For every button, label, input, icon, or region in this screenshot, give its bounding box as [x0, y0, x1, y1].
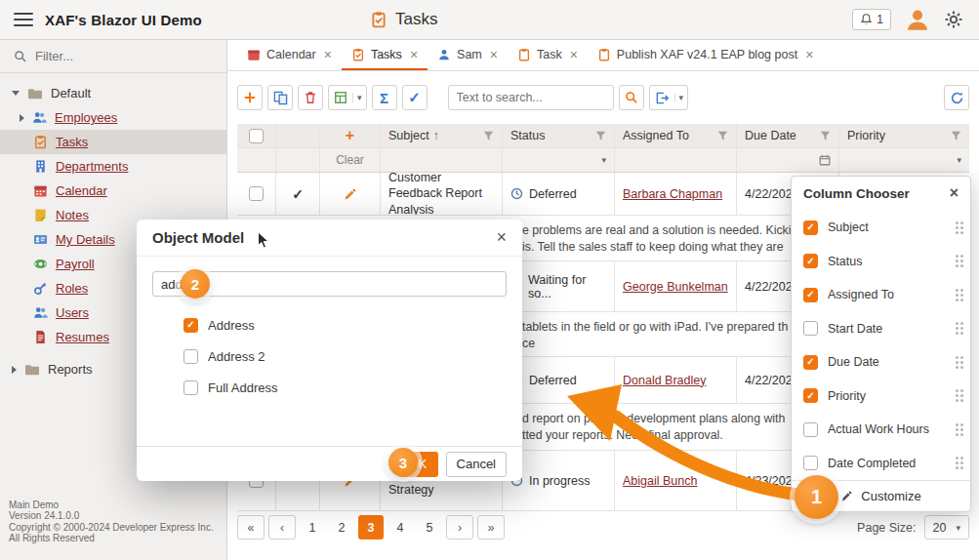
cancel-button[interactable]: Cancel: [446, 452, 507, 477]
search-button[interactable]: [619, 85, 644, 110]
select-all-checkbox[interactable]: [249, 129, 264, 143]
sidebar-item-calendar[interactable]: Calendar: [0, 179, 226, 203]
page-size-select[interactable]: 20 ▾: [924, 515, 969, 540]
subject-filter-input[interactable]: [381, 148, 503, 172]
edit-pencil-icon[interactable]: [344, 187, 357, 201]
calendar-icon[interactable]: [819, 154, 831, 166]
completed-check-icon: ✓: [292, 186, 304, 202]
tab-calendar[interactable]: Calendar ×: [237, 40, 342, 70]
checkbox[interactable]: [184, 349, 198, 364]
chooser-item-assigned-to[interactable]: Assigned To: [792, 278, 970, 312]
priority-filter-select[interactable]: ▾: [839, 148, 969, 172]
drag-handle-icon[interactable]: [956, 423, 959, 426]
user-avatar[interactable]: [905, 7, 930, 32]
chooser-item-start-date[interactable]: Start Date: [792, 311, 970, 345]
menu-icon[interactable]: [14, 13, 33, 26]
nav-group-default[interactable]: Default: [0, 81, 226, 105]
chooser-item-priority[interactable]: Priority: [792, 379, 970, 413]
pager-page-1[interactable]: 1: [300, 515, 325, 540]
new-row-icon[interactable]: +: [346, 127, 354, 144]
checkbox[interactable]: [803, 355, 818, 370]
column-header-due-date[interactable]: Due Date: [737, 124, 839, 147]
close-icon[interactable]: ×: [324, 47, 332, 62]
assigned-to-link[interactable]: Barbara Chapman: [623, 187, 722, 201]
tab-task[interactable]: Task ×: [508, 40, 588, 70]
export-split-button[interactable]: ▾: [649, 85, 689, 110]
new-button[interactable]: [237, 85, 263, 110]
drag-handle-icon[interactable]: [956, 457, 959, 460]
template-split-button[interactable]: ▾: [328, 85, 367, 110]
pager-page-5[interactable]: 5: [417, 515, 442, 540]
filter-icon[interactable]: [717, 131, 728, 141]
checkbox[interactable]: [803, 388, 818, 403]
drag-handle-icon[interactable]: [956, 289, 959, 292]
checkbox[interactable]: [803, 254, 818, 268]
column-header-subject[interactable]: Subject ↑: [381, 124, 503, 147]
sidebar-item-departments[interactable]: Departments: [0, 154, 226, 179]
checkbox[interactable]: [803, 456, 818, 470]
close-icon[interactable]: ×: [950, 184, 959, 202]
sidebar-item-employees[interactable]: Employees: [0, 105, 226, 130]
checkbox[interactable]: [803, 422, 818, 437]
dialog-option-full-address[interactable]: Full Address: [184, 372, 507, 403]
close-icon[interactable]: ×: [805, 47, 813, 62]
filter-icon[interactable]: [820, 131, 831, 141]
close-icon[interactable]: ×: [410, 47, 418, 62]
checkbox[interactable]: [184, 318, 198, 333]
due-date-filter-input[interactable]: [737, 148, 839, 172]
clear-filter-link[interactable]: Clear: [336, 153, 364, 167]
settings-gear-icon[interactable]: [944, 10, 963, 29]
dialog-option-address-2[interactable]: Address 2: [184, 340, 507, 372]
pager-first-button[interactable]: «: [237, 515, 265, 540]
close-icon[interactable]: ×: [496, 227, 507, 248]
drag-handle-icon[interactable]: [956, 322, 959, 325]
chooser-item-actual-work-hours[interactable]: Actual Work Hours: [792, 413, 970, 447]
copy-button[interactable]: [267, 85, 293, 110]
filter-icon[interactable]: [595, 131, 606, 141]
chooser-item-due-date[interactable]: Due Date: [792, 345, 970, 380]
filter-icon[interactable]: [951, 131, 961, 141]
refresh-button[interactable]: [944, 85, 969, 110]
checkbox[interactable]: [803, 288, 818, 302]
assigned-to-link[interactable]: Abigail Bunch: [623, 474, 697, 488]
column-header-assigned-to[interactable]: Assigned To: [615, 124, 737, 147]
checkbox[interactable]: [803, 220, 818, 235]
close-icon[interactable]: ×: [570, 47, 578, 62]
close-icon[interactable]: ×: [490, 47, 498, 62]
chooser-item-subject[interactable]: Subject: [792, 211, 970, 245]
drag-handle-icon[interactable]: [956, 221, 959, 224]
pager-page-3[interactable]: 3: [358, 515, 384, 540]
row-checkbox[interactable]: [249, 186, 264, 201]
pager-page-4[interactable]: 4: [388, 515, 413, 540]
pager-page-2[interactable]: 2: [329, 515, 354, 540]
checkbox[interactable]: [803, 321, 818, 336]
tab-sam[interactable]: Sam ×: [428, 40, 508, 70]
pager-prev-button[interactable]: ‹: [268, 515, 296, 540]
validate-button[interactable]: ✓: [402, 85, 428, 110]
filter-icon[interactable]: [483, 131, 494, 141]
assigned-filter-input[interactable]: [615, 148, 737, 172]
chooser-item-status[interactable]: Status: [792, 244, 970, 278]
caret-down-icon[interactable]: ▾: [352, 93, 366, 102]
sidebar-item-tasks[interactable]: Tasks: [0, 130, 226, 154]
drag-handle-icon[interactable]: [956, 356, 959, 359]
grid-search-input[interactable]: [448, 85, 614, 110]
status-filter-select[interactable]: ▾: [503, 148, 615, 172]
notifications-button[interactable]: 1: [852, 9, 891, 30]
pager-next-button[interactable]: ›: [446, 515, 473, 540]
checkbox[interactable]: [184, 380, 198, 395]
pager-last-button[interactable]: »: [477, 515, 505, 540]
column-header-status[interactable]: Status: [503, 124, 615, 147]
assigned-to-link[interactable]: George Bunkelman: [623, 280, 728, 294]
sidebar-filter-input[interactable]: [35, 49, 201, 63]
caret-down-icon[interactable]: ▾: [674, 93, 688, 102]
column-header-priority[interactable]: Priority: [839, 124, 969, 147]
assigned-to-link[interactable]: Donald Bradley: [623, 374, 706, 387]
tab-tasks[interactable]: Tasks ×: [342, 40, 428, 70]
drag-handle-icon[interactable]: [956, 389, 959, 392]
delete-button[interactable]: [298, 85, 323, 110]
tab-publish-blog-post[interactable]: Publish XAF v24.1 EAP blog post ×: [588, 40, 823, 70]
drag-handle-icon[interactable]: [956, 255, 959, 258]
dialog-option-address[interactable]: Address: [184, 309, 507, 340]
summary-button[interactable]: Σ: [372, 85, 397, 110]
